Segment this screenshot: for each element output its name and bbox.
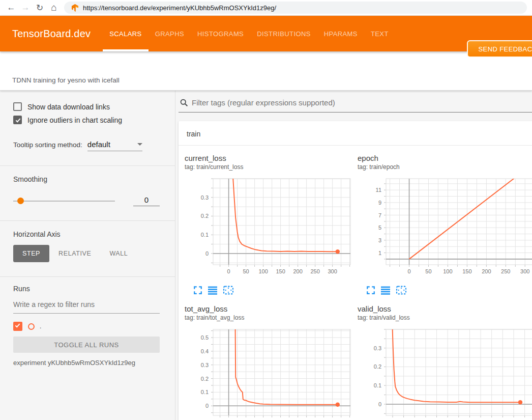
smoothing-value[interactable]: 0 (133, 195, 160, 206)
home-icon[interactable]: ⌂ (47, 2, 61, 13)
svg-text:5: 5 (378, 225, 381, 231)
chart-title: current_loss (185, 153, 358, 163)
tab-text[interactable]: TEXT (364, 16, 395, 51)
svg-text:0.1: 0.1 (201, 389, 209, 395)
tooltip-sorting-label: Tooltip sorting method: (13, 141, 82, 149)
svg-text:0.5: 0.5 (201, 334, 209, 341)
svg-text:11: 11 (376, 187, 381, 193)
tab-graphs[interactable]: GRAPHS (149, 16, 191, 51)
tag-group-header-train[interactable]: train (179, 121, 532, 146)
ignore-outliers-checkbox[interactable]: Ignore outliers in chart scaling (13, 116, 160, 124)
chart-title: epoch (358, 153, 532, 163)
log-scale-icon[interactable] (208, 286, 218, 295)
tag-group-card: train current_loss tag: train/current_lo… (179, 121, 532, 420)
divider (0, 165, 175, 166)
runs-filter-input[interactable]: Write a regex to filter runs (13, 300, 160, 314)
slider-thumb[interactable] (17, 198, 24, 204)
address-bar[interactable]: https://tensorboard.dev/experiment/yKUbh… (64, 2, 527, 14)
svg-text:1: 1 (378, 250, 381, 256)
smoothing-slider[interactable] (13, 201, 115, 202)
svg-text:300: 300 (520, 268, 529, 274)
svg-text:50: 50 (243, 268, 249, 274)
nav-tabs: SCALARS GRAPHS HISTOGRAMS DISTRIBUTIONS … (103, 16, 395, 51)
tensorboard-favicon (71, 4, 79, 12)
svg-text:300: 300 (328, 268, 337, 274)
svg-text:0: 0 (227, 268, 230, 274)
svg-text:0.2: 0.2 (374, 363, 381, 370)
back-icon[interactable]: ← (4, 3, 18, 13)
svg-text:100: 100 (258, 268, 268, 274)
line-chart-epoch[interactable]: 0501001502002503001357911 (358, 176, 532, 281)
chart-tag: tag: train/epoch (358, 163, 532, 171)
show-download-links-checkbox[interactable]: Show data download links (13, 102, 160, 111)
divider (0, 276, 175, 277)
chart-card-tot-avg-loss: tot_avg_loss tag: train/tot_avg_loss 050… (185, 304, 358, 420)
svg-text:200: 200 (482, 268, 491, 274)
run-checkbox-checked-icon[interactable] (13, 322, 22, 331)
search-icon (180, 98, 188, 107)
app-header: TensorBoard.dev SCALARS GRAPHS HISTOGRAM… (0, 16, 532, 51)
svg-text:0.1: 0.1 (374, 382, 381, 388)
log-scale-icon[interactable] (380, 286, 391, 295)
filter-tags-input[interactable]: Filter tags (regular expressions support… (179, 98, 532, 113)
url-text: https://tensorboard.dev/experiment/yKUbh… (83, 4, 276, 12)
run-color-swatch-icon (28, 323, 35, 330)
fullscreen-icon[interactable] (366, 286, 375, 295)
svg-text:0: 0 (407, 268, 410, 274)
reload-icon[interactable]: ↻ (33, 3, 47, 13)
experiment-id-label: experiment yKUbhb5wRmOSXYkId1z9eg (13, 359, 160, 367)
axis-relative-button[interactable]: RELATIVE (49, 245, 100, 262)
line-chart-tot-avg-loss[interactable]: 05010015020025030000.10.20.30.40.5 (185, 327, 353, 420)
svg-text:150: 150 (276, 268, 285, 274)
svg-text:150: 150 (462, 268, 471, 274)
svg-text:0.3: 0.3 (201, 362, 209, 368)
forward-icon[interactable]: → (18, 3, 33, 13)
runs-label: Runs (13, 285, 160, 293)
svg-text:0.3: 0.3 (201, 194, 209, 201)
chart-card-valid-loss: valid_loss tag: train/valid_loss 5010015… (358, 304, 532, 420)
fit-domain-icon[interactable] (396, 286, 407, 295)
tab-distributions[interactable]: DISTRIBUTIONS (250, 16, 317, 51)
svg-text:250: 250 (501, 268, 510, 274)
chart-title: tot_avg_loss (185, 304, 358, 314)
svg-text:0.4: 0.4 (201, 348, 209, 354)
svg-text:7: 7 (378, 212, 381, 218)
fit-domain-icon[interactable] (223, 286, 234, 295)
svg-text:200: 200 (293, 268, 302, 274)
line-chart-current-loss[interactable]: 05010015020025030000.10.20.3 (185, 176, 353, 281)
horizontal-axis-label: Horizontal Axis (13, 230, 160, 238)
tooltip-sorting-dropdown[interactable]: default (87, 140, 142, 151)
toggle-all-runs-button[interactable]: TOGGLE ALL RUNS (13, 337, 160, 353)
tab-histograms[interactable]: HISTOGRAMS (191, 16, 250, 51)
chart-card-epoch: epoch tag: train/epoch 05010015020025030… (358, 153, 532, 295)
svg-text:100: 100 (443, 268, 452, 274)
chevron-down-icon (137, 143, 142, 146)
svg-text:0: 0 (205, 250, 209, 257)
line-chart-valid-loss[interactable]: 5010015020025030000.10.20.3 (358, 327, 532, 420)
fullscreen-icon[interactable] (193, 286, 202, 295)
checkbox-checked-icon[interactable] (13, 116, 22, 124)
chart-card-current-loss: current_loss tag: train/current_loss 050… (185, 153, 358, 295)
experiment-title: TDNN training for yesno with icefall (12, 76, 120, 84)
main-panel: Filter tags (regular expressions support… (175, 91, 532, 420)
run-name: . (40, 323, 41, 330)
svg-text:9: 9 (378, 200, 381, 206)
tab-scalars[interactable]: SCALARS (103, 16, 149, 51)
browser-toolbar: ← → ↻ ⌂ https://tensorboard.dev/experime… (0, 0, 532, 16)
axis-wall-button[interactable]: WALL (100, 245, 137, 262)
send-feedback-button[interactable]: SEND FEEDBACK (467, 40, 532, 58)
checkbox-unchecked-icon[interactable] (13, 102, 22, 111)
svg-text:3: 3 (378, 237, 381, 243)
experiment-title-strip: TDNN training for yesno with icefall (0, 51, 532, 91)
app-title: TensorBoard.dev (12, 28, 91, 40)
chart-tag: tag: train/tot_avg_loss (185, 314, 358, 322)
svg-text:0.1: 0.1 (201, 232, 209, 238)
chart-tag: tag: train/valid_loss (358, 314, 532, 322)
chart-title: valid_loss (358, 304, 532, 314)
tab-hparams[interactable]: HPARAMS (317, 16, 364, 51)
svg-text:250: 250 (310, 268, 319, 274)
axis-step-button[interactable]: STEP (13, 245, 49, 262)
run-row: . (13, 322, 160, 331)
svg-text:50: 50 (425, 268, 431, 274)
chart-tag: tag: train/current_loss (185, 163, 358, 171)
